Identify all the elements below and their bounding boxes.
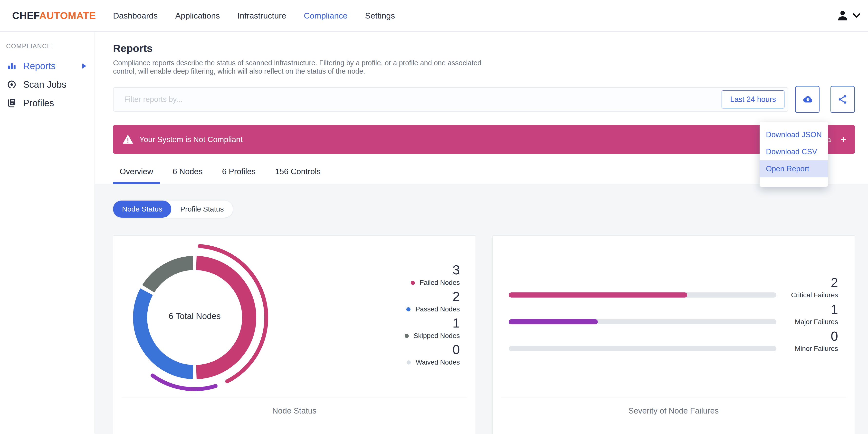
node-status-pill[interactable]: Node Status: [113, 200, 171, 218]
critical-failures-row: 2 Critical Failures: [509, 277, 838, 300]
severity-bars: 2 Critical Failures 1 Major Failures: [493, 236, 855, 353]
sidebar-item-label: Profiles: [23, 98, 54, 108]
nav-compliance[interactable]: Compliance: [304, 11, 348, 21]
waived-dot-icon: [407, 361, 411, 365]
major-failures-row: 1 Major Failures: [509, 304, 838, 326]
donut-legend: 3 Failed Nodes 2 Passed Nodes 1 Skipped …: [405, 263, 460, 369]
menu-item-download-json[interactable]: Download JSON: [760, 126, 828, 143]
cloud-download-icon: [802, 95, 813, 104]
legend-label: Failed Nodes: [420, 279, 460, 286]
filter-input-container: Last 24 hours: [113, 87, 788, 112]
severity-value: 1: [831, 302, 838, 316]
overview-panel: Node Status Profile Status 6 Total Nodes…: [95, 184, 868, 434]
user-icon: [836, 9, 849, 22]
sidebar-item-label: Reports: [23, 61, 56, 71]
tab-profiles[interactable]: 6 Profiles: [215, 167, 262, 184]
submenu-arrow-icon: [82, 63, 86, 69]
documents-icon: [7, 98, 17, 108]
compliance-banner: Your System is Not Compliant ta +: [113, 125, 855, 154]
severity-label: Minor Failures: [795, 345, 838, 353]
severity-value: 0: [831, 329, 838, 343]
legend-waived-nodes: 0 Waived Nodes: [405, 343, 460, 367]
logo-automate: AUTOMATE: [39, 10, 96, 21]
tab-controls[interactable]: 156 Controls: [269, 167, 327, 184]
card-divider: [501, 397, 846, 398]
sidebar-item-label: Scan Jobs: [23, 80, 66, 90]
legend-label: Passed Nodes: [415, 305, 460, 313]
sidebar-item-profiles[interactable]: Profiles: [0, 94, 95, 112]
banner-right-controls: ta +: [825, 134, 846, 145]
skipped-dot-icon: [405, 334, 409, 338]
severity-value: 2: [831, 276, 838, 289]
profile-status-pill[interactable]: Profile Status: [171, 200, 232, 218]
legend-value: 2: [453, 289, 460, 303]
download-button[interactable]: [795, 86, 819, 113]
donut-center-label: 6 Total Nodes: [141, 311, 248, 321]
time-range-button[interactable]: Last 24 hours: [721, 90, 784, 108]
main-nav: Dashboards Applications Infrastructure C…: [113, 11, 412, 21]
legend-value: 1: [453, 316, 460, 330]
legend-failed-nodes: 3 Failed Nodes: [405, 263, 460, 287]
report-tabs: Overview 6 Nodes 6 Profiles 156 Controls: [113, 167, 855, 184]
sidebar-item-reports[interactable]: Reports: [0, 57, 95, 75]
expand-plus-icon[interactable]: +: [840, 134, 846, 145]
chef-automate-logo[interactable]: CHEFAUTOMATE: [12, 10, 96, 22]
progress-track: [509, 319, 777, 324]
card-caption: Severity of Node Failures: [493, 406, 855, 415]
legend-value: 3: [453, 263, 460, 277]
legend-value: 0: [453, 343, 460, 356]
download-dropdown-menu: Download JSON Download CSV Open Report: [760, 122, 828, 187]
menu-item-open-report[interactable]: Open Report: [760, 160, 828, 177]
legend-passed-nodes: 2 Passed Nodes: [405, 289, 460, 313]
sidebar-item-scan-jobs[interactable]: Scan Jobs: [0, 75, 95, 94]
nav-applications[interactable]: Applications: [175, 11, 220, 21]
progress-track: [509, 292, 777, 298]
user-menu[interactable]: [836, 9, 864, 22]
page-header: Reports Compliance reports describe the …: [95, 32, 868, 184]
passed-dot-icon: [406, 307, 410, 311]
progress-track: [509, 346, 777, 351]
logo-chef: CHEF: [12, 10, 39, 21]
sidebar: COMPLIANCE Reports Scan Jobs Profiles: [0, 32, 95, 434]
legend-skipped-nodes: 1 Skipped Nodes: [405, 316, 460, 340]
main-content: Reports Compliance reports describe the …: [95, 32, 868, 434]
scanner-icon: [7, 80, 17, 90]
chevron-down-icon: [853, 13, 860, 18]
share-icon: [838, 94, 848, 104]
filter-reports-input[interactable]: [114, 95, 721, 104]
sidebar-section-label: COMPLIANCE: [0, 42, 95, 50]
nav-settings[interactable]: Settings: [365, 11, 395, 21]
failed-dot-icon: [411, 281, 415, 285]
bar-chart-icon: [7, 61, 17, 71]
legend-label: Waived Nodes: [415, 359, 460, 366]
top-nav: CHEFAUTOMATE Dashboards Applications Inf…: [0, 0, 868, 32]
minor-failures-row: 0 Minor Failures: [509, 331, 838, 353]
tab-overview[interactable]: Overview: [113, 167, 160, 184]
severity-label: Major Failures: [795, 318, 838, 326]
severity-card: 2 Critical Failures 1 Major Failures: [492, 236, 855, 434]
banner-message: Your System is Not Compliant: [140, 135, 243, 144]
legend-label: Skipped Nodes: [414, 332, 460, 340]
status-toggle: Node Status Profile Status: [113, 200, 233, 218]
menu-item-download-csv[interactable]: Download CSV: [760, 143, 828, 160]
nav-dashboards[interactable]: Dashboards: [113, 11, 158, 21]
page-title: Reports: [113, 42, 855, 54]
node-status-card: 6 Total Nodes 3 Failed Nodes 2 Passed No…: [113, 236, 476, 434]
nav-infrastructure[interactable]: Infrastructure: [238, 11, 286, 21]
card-caption: Node Status: [113, 406, 475, 415]
page-description: Compliance reports describe the status o…: [113, 59, 483, 75]
share-button[interactable]: [831, 86, 855, 113]
severity-label: Critical Failures: [791, 291, 838, 300]
card-divider: [122, 397, 467, 398]
progress-fill: [509, 292, 687, 298]
tab-nodes[interactable]: 6 Nodes: [166, 167, 209, 184]
progress-fill: [509, 319, 598, 324]
warning-icon: [123, 135, 133, 144]
filter-bar: Last 24 hours: [113, 86, 855, 113]
